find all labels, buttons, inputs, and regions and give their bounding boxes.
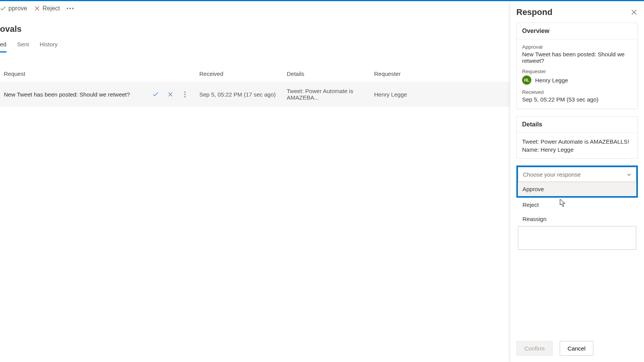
dropdown-option-approve[interactable]: Approve (518, 182, 636, 196)
dropdown-option-reject[interactable]: Reject (518, 198, 636, 212)
requester-name: Henry Legge (535, 77, 568, 84)
approve-icon[interactable] (153, 91, 159, 97)
received-label: Received (522, 89, 632, 95)
reject-label: Reject (43, 5, 60, 12)
tabs: ed Sent History (0, 39, 510, 53)
row-actions (153, 91, 188, 97)
dropdown-list: Approve (518, 182, 636, 196)
received-field: Received Sep 5, 05:22 PM (53 sec ago) (522, 89, 632, 103)
confirm-button[interactable]: Confirm (516, 341, 553, 356)
approval-field: Approval New Tweet has been posted: Shou… (522, 44, 632, 64)
requester-field: Requester HL Henry Legge (522, 69, 632, 85)
requester-label: Requester (522, 69, 632, 74)
details-line1: Tweet: Power Automate is AMAZEBALLS! (522, 138, 632, 146)
col-requester: Requester (374, 70, 506, 77)
details-line2: Name: Henry Legge (522, 146, 632, 154)
tab-sent[interactable]: Sent (17, 39, 29, 52)
panel-title: Respond (516, 7, 552, 17)
table-header: Request Received Details Requester (0, 66, 510, 82)
table-row[interactable]: New Tweet has been posted: Should we ret… (0, 82, 510, 107)
avatar: HL (522, 75, 531, 85)
col-request: Request (4, 70, 199, 77)
panel-footer: Confirm Cancel (516, 341, 593, 356)
reject-icon[interactable] (167, 91, 173, 97)
approval-label: Approval (522, 44, 632, 50)
chevron-down-icon (627, 172, 631, 177)
dot-icon (67, 8, 68, 9)
approve-command[interactable]: pprove (0, 5, 27, 12)
more-icon[interactable] (182, 91, 188, 97)
row-received: Sep 5, 05:22 PM (17 sec ago) (199, 91, 287, 98)
dot-icon (72, 8, 74, 9)
more-command[interactable] (67, 8, 74, 9)
details-card: Details Tweet: Power Automate is AMAZEBA… (516, 116, 638, 159)
respond-panel: Respond Overview Approval New Tweet has … (510, 1, 644, 362)
comment-box[interactable] (518, 226, 636, 250)
dropdown-placeholder: Choose your response (523, 171, 581, 178)
received-value: Sep 5, 05:22 PM (53 sec ago) (522, 96, 632, 103)
panel-header: Respond (516, 7, 638, 17)
dropdown-option-reassign[interactable]: Reassign (518, 212, 636, 226)
response-dropdown-highlight: Choose your response Approve (516, 165, 638, 198)
dot-icon (69, 8, 71, 9)
cancel-button[interactable]: Cancel (560, 341, 594, 356)
tab-received[interactable]: ed (0, 39, 7, 52)
checkmark-icon (0, 5, 6, 11)
approve-label: pprove (8, 5, 27, 12)
row-details: Tweet: Power Automate is AMAZEBA... (287, 88, 374, 101)
reject-command[interactable]: Reject (34, 5, 60, 12)
details-heading: Details (517, 116, 637, 133)
col-details: Details (287, 70, 374, 77)
overview-heading: Overview (517, 23, 637, 39)
row-title: New Tweet has been posted: Should we ret… (4, 91, 130, 98)
response-dropdown[interactable]: Choose your response (518, 167, 636, 182)
tab-history[interactable]: History (40, 39, 58, 52)
approval-value: New Tweet has been posted: Should we ret… (522, 51, 632, 64)
close-icon[interactable] (630, 8, 638, 16)
command-toolbar: pprove Reject (0, 1, 510, 17)
row-requester: Henry Legge (374, 91, 506, 98)
page-title: ovals (0, 24, 510, 34)
x-icon (34, 5, 40, 11)
main-content: pprove Reject ovals ed Sent History Requ… (0, 1, 510, 362)
col-received: Received (199, 70, 287, 77)
overview-card: Overview Approval New Tweet has been pos… (516, 23, 638, 109)
